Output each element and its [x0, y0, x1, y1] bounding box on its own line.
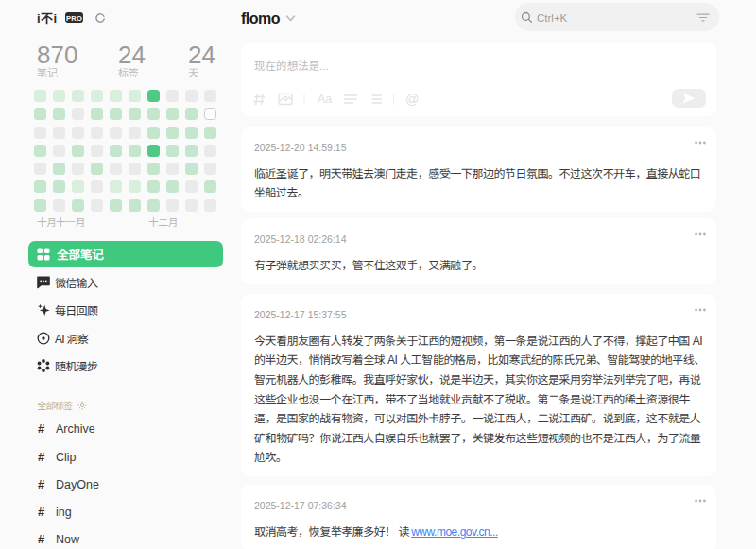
svg-text:@: @	[405, 92, 419, 107]
svg-text:Aa: Aa	[318, 93, 332, 106]
